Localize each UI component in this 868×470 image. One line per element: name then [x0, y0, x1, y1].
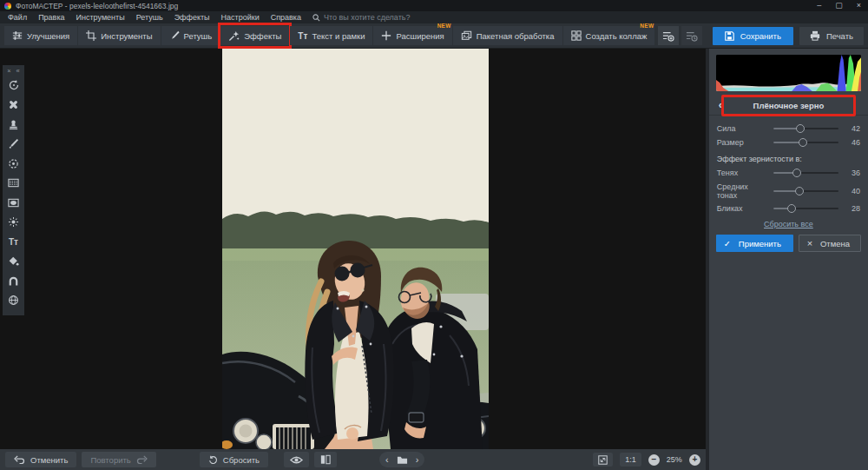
- zoom-level: 25%: [667, 455, 682, 464]
- minimize-button[interactable]: –: [817, 0, 821, 11]
- prev-photo-button[interactable]: ‹: [385, 452, 389, 467]
- apply-button[interactable]: ✓ Применить: [716, 235, 793, 252]
- back-button[interactable]: ‹: [709, 96, 732, 116]
- slider-track[interactable]: [773, 169, 838, 178]
- zoom-controls: 1:1 − 25% +: [593, 453, 700, 467]
- tool-sidebar: × « Tт: [3, 65, 24, 315]
- slider-highlights: Бликах 28: [709, 202, 868, 215]
- menu-edit[interactable]: Правка: [38, 13, 64, 22]
- tool-clone-stamp[interactable]: [4, 115, 23, 135]
- sun-icon: [8, 216, 19, 228]
- tab-tools[interactable]: Инструменты: [78, 26, 160, 45]
- menu-file[interactable]: Файл: [8, 13, 27, 22]
- photo-image: [222, 49, 489, 449]
- slider-thumb[interactable]: [795, 187, 804, 195]
- menu-retouch[interactable]: Ретушь: [136, 13, 163, 22]
- menu-help[interactable]: Справка: [271, 13, 301, 22]
- close-button[interactable]: ×: [857, 0, 861, 11]
- menu-settings[interactable]: Настройки: [221, 13, 260, 22]
- slider-strength: Сила 42: [709, 122, 868, 136]
- cancel-effect-button[interactable]: × Отмена: [799, 235, 861, 252]
- menu-bar: Файл Правка Инструменты Ретушь Эффекты Н…: [0, 11, 868, 23]
- slider-value: 42: [845, 124, 860, 133]
- slider-thumb[interactable]: [787, 204, 796, 213]
- crop-icon: [86, 30, 96, 41]
- save-icon: [725, 31, 734, 41]
- tool-curves[interactable]: [4, 271, 23, 291]
- reset-button[interactable]: Сбросить: [200, 452, 268, 467]
- tab-extensions[interactable]: Расширения NEW: [373, 26, 451, 45]
- show-original-button[interactable]: [284, 452, 309, 467]
- menu-effects[interactable]: Эффекты: [174, 13, 210, 22]
- slider-track[interactable]: [773, 138, 838, 148]
- sidebar-close-icon[interactable]: ×: [7, 67, 10, 75]
- slider-label: Размер: [717, 138, 767, 147]
- zoom-in-button[interactable]: +: [689, 454, 700, 466]
- tool-vignette[interactable]: [4, 193, 23, 213]
- bottom-bar: Отменить Повторить Сбросить ‹: [0, 449, 706, 470]
- tab-effects[interactable]: Эффекты: [220, 26, 289, 45]
- before-after-button[interactable]: [314, 452, 337, 467]
- slider-label: Сила: [717, 124, 767, 133]
- scene-woman: [305, 241, 394, 449]
- tool-graduated-filter[interactable]: [4, 174, 23, 194]
- tool-light-rays[interactable]: [4, 213, 23, 233]
- maximize-button[interactable]: ▢: [835, 0, 843, 11]
- tab-text-frames[interactable]: Tт Текст и рамки: [290, 26, 372, 45]
- effect-settings-panel: ‹ Плёночное зерно Сила 42 Размер: [709, 49, 868, 470]
- slider-thumb[interactable]: [799, 138, 807, 147]
- sidebar-collapse-icon[interactable]: «: [16, 67, 20, 75]
- tool-3d-lut[interactable]: [4, 291, 23, 311]
- preset-add-icon: [662, 30, 674, 42]
- slider-thumb[interactable]: [796, 124, 805, 133]
- tool-fill[interactable]: [4, 252, 23, 272]
- print-button[interactable]: Печать: [799, 27, 864, 45]
- slider-track[interactable]: [773, 186, 838, 195]
- search-box[interactable]: Что вы хотите сделать?: [312, 13, 411, 22]
- radial-filter-icon: [8, 158, 19, 169]
- clone-stamp-icon: [8, 119, 19, 130]
- reset-all-link[interactable]: Сбросить все: [709, 220, 868, 228]
- tab-enhance[interactable]: Улучшения: [4, 26, 77, 45]
- tab-batch-processing[interactable]: Пакетная обработка: [453, 26, 562, 45]
- slider-label: Тенях: [717, 169, 767, 177]
- slider-track[interactable]: [773, 124, 838, 134]
- magnet-curve-icon: [8, 275, 19, 287]
- text-icon: Tт: [298, 31, 307, 41]
- histogram: [716, 55, 861, 91]
- next-photo-button[interactable]: ›: [416, 452, 419, 467]
- fit-screen-button[interactable]: [593, 453, 613, 467]
- action-buttons: ✓ Применить × Отмена: [709, 235, 868, 252]
- preset-history-button[interactable]: [681, 26, 702, 45]
- brush-tool-icon: [8, 138, 19, 149]
- tab-create-collage[interactable]: Создать коллаж NEW: [563, 26, 655, 45]
- redo-button[interactable]: Повторить: [82, 452, 155, 467]
- tool-rotate[interactable]: [4, 76, 23, 96]
- main-toolbar: Улучшения Инструменты Ретушь Эффекты Tт …: [0, 23, 868, 49]
- plus-icon: [381, 30, 391, 41]
- preset-add-button[interactable]: [658, 26, 679, 45]
- tool-brush[interactable]: [4, 135, 23, 155]
- window-title: ФотоМАСТЕР - pexels-leeloothefirst-45416…: [16, 2, 178, 10]
- tab-retouch[interactable]: Ретушь: [161, 26, 220, 45]
- graduated-filter-icon: [8, 177, 19, 189]
- tool-healing-patch[interactable]: [4, 96, 23, 116]
- reset-icon: [208, 455, 218, 465]
- menu-tools[interactable]: Инструменты: [76, 13, 125, 22]
- tool-radial-filter[interactable]: [4, 154, 23, 174]
- sliders-icon: [12, 30, 23, 41]
- undo-button[interactable]: Отменить: [5, 452, 76, 467]
- new-badge: NEW: [640, 23, 654, 29]
- actual-size-button[interactable]: 1:1: [620, 453, 641, 467]
- slider-track[interactable]: [773, 204, 838, 214]
- rotate-tool-icon: [8, 79, 20, 91]
- slider-thumb[interactable]: [792, 169, 801, 177]
- photo-canvas-area[interactable]: × « Tт: [0, 49, 706, 449]
- save-button[interactable]: Сохранить: [713, 27, 793, 45]
- folder-icon[interactable]: [397, 455, 408, 465]
- vignette-icon: [8, 197, 19, 209]
- slider-label: Средних тонах: [717, 182, 767, 200]
- tool-text[interactable]: Tт: [4, 232, 23, 252]
- split-view-icon: [320, 454, 331, 465]
- zoom-out-button[interactable]: −: [648, 454, 660, 466]
